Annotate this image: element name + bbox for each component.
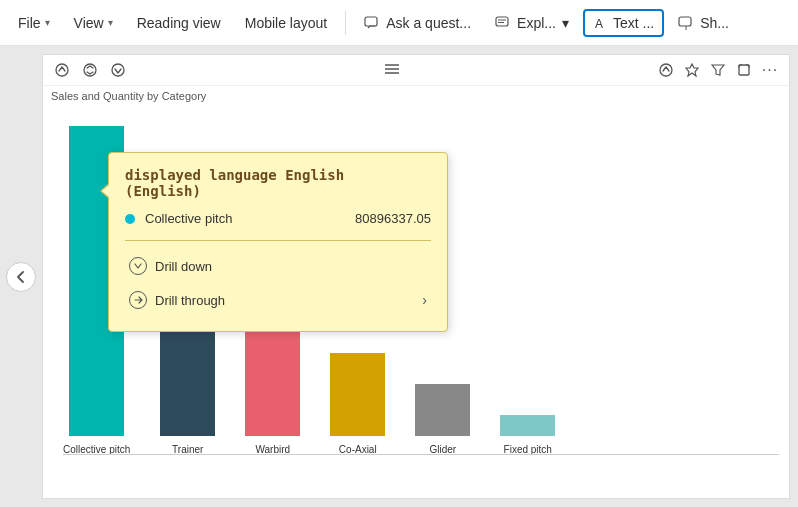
drill-through-label: Drill through bbox=[155, 293, 225, 308]
drill-down-action-icon bbox=[129, 257, 147, 275]
left-nav bbox=[0, 46, 42, 507]
pin-icon bbox=[685, 63, 699, 77]
svg-rect-5 bbox=[679, 17, 691, 26]
fullscreen-icon bbox=[737, 63, 751, 77]
svg-rect-0 bbox=[365, 17, 377, 26]
chart-toolbar-center bbox=[383, 62, 401, 79]
chart-toolbar: ··· bbox=[43, 55, 789, 86]
share-icon bbox=[678, 15, 694, 31]
drill-up-btn[interactable] bbox=[51, 59, 73, 81]
tooltip-data-label: Collective pitch bbox=[145, 211, 345, 226]
menu-reading-view[interactable]: Reading view bbox=[127, 9, 231, 37]
drill-through-action-icon bbox=[129, 291, 147, 309]
menu-explain[interactable]: Expl... ▾ bbox=[485, 10, 579, 36]
menu-ask-question-label: Ask a quest... bbox=[386, 15, 471, 31]
pin-btn[interactable] bbox=[681, 59, 703, 81]
focus-mode-icon bbox=[658, 62, 674, 78]
ask-question-icon bbox=[364, 15, 380, 31]
chart-toolbar-left bbox=[51, 59, 129, 81]
bar-3[interactable] bbox=[330, 353, 385, 436]
hamburger-icon bbox=[383, 62, 401, 76]
tooltip-drill-down[interactable]: Drill down bbox=[125, 249, 431, 283]
drill-up-icon bbox=[54, 62, 70, 78]
svg-text:A: A bbox=[595, 17, 603, 31]
tooltip-title: displayed language English(English) bbox=[125, 167, 431, 199]
menu-share[interactable]: Sh... bbox=[668, 10, 739, 36]
chart-body: displayed language English(English) Coll… bbox=[43, 102, 789, 485]
menu-text-label: Text ... bbox=[613, 15, 654, 31]
menu-mobile-layout-label: Mobile layout bbox=[245, 15, 328, 31]
filter-icon bbox=[711, 63, 725, 77]
svg-point-9 bbox=[112, 64, 124, 76]
menu-view-label: View bbox=[74, 15, 104, 31]
menu-mobile-layout[interactable]: Mobile layout bbox=[235, 9, 338, 37]
menu-text[interactable]: A Text ... bbox=[583, 9, 664, 37]
tooltip-drill-through[interactable]: Drill through › bbox=[125, 283, 431, 317]
menu-ask-question[interactable]: Ask a quest... bbox=[354, 10, 481, 36]
x-axis-line bbox=[63, 454, 779, 455]
content-area: ··· Sales and Quantity by Category displ… bbox=[0, 46, 798, 507]
menu-file-chevron: ▾ bbox=[45, 17, 50, 28]
more-options-btn[interactable]: ··· bbox=[759, 59, 781, 81]
menu-share-label: Sh... bbox=[700, 15, 729, 31]
chart-toolbar-right: ··· bbox=[655, 59, 781, 81]
explain-icon bbox=[495, 15, 511, 31]
menu-bar: File ▾ View ▾ Reading view Mobile layout… bbox=[0, 0, 798, 46]
svg-rect-14 bbox=[739, 65, 749, 75]
tooltip-data-value: 80896337.05 bbox=[355, 211, 431, 226]
tooltip-dot bbox=[125, 214, 135, 224]
drill-down-label: Drill down bbox=[155, 259, 212, 274]
menu-file[interactable]: File ▾ bbox=[8, 9, 60, 37]
drill-through-circle-icon bbox=[132, 294, 144, 306]
menu-explain-label: Expl... bbox=[517, 15, 556, 31]
fullscreen-btn[interactable] bbox=[733, 59, 755, 81]
bar-group-5[interactable]: Fixed pitch bbox=[500, 415, 555, 455]
tooltip-divider bbox=[125, 240, 431, 241]
drill-down-icon bbox=[110, 62, 126, 78]
more-options-icon: ··· bbox=[762, 61, 778, 79]
menu-reading-view-label: Reading view bbox=[137, 15, 221, 31]
back-button[interactable] bbox=[6, 262, 36, 292]
drill-down-btn[interactable] bbox=[107, 59, 129, 81]
drill-down-circle-icon bbox=[132, 260, 144, 272]
filter-btn[interactable] bbox=[707, 59, 729, 81]
back-arrow-icon bbox=[14, 270, 28, 284]
tooltip-data-row: Collective pitch 80896337.05 bbox=[125, 211, 431, 226]
menu-divider-1 bbox=[345, 11, 346, 35]
menu-explain-chevron: ▾ bbox=[562, 15, 569, 31]
svg-point-7 bbox=[56, 64, 68, 76]
drill-expand-icon bbox=[82, 62, 98, 78]
menu-file-label: File bbox=[18, 15, 41, 31]
svg-rect-1 bbox=[496, 17, 508, 26]
text-icon: A bbox=[593, 15, 609, 31]
chart-tooltip: displayed language English(English) Coll… bbox=[108, 152, 448, 332]
bar-group-3[interactable]: Co-Axial bbox=[330, 353, 385, 455]
chart-title: Sales and Quantity by Category bbox=[43, 86, 789, 102]
chart-panel: ··· Sales and Quantity by Category displ… bbox=[42, 54, 790, 499]
tooltip-drill-through-left: Drill through bbox=[129, 291, 225, 309]
focus-mode-btn[interactable] bbox=[655, 59, 677, 81]
drill-through-chevron: › bbox=[422, 292, 427, 308]
tooltip-drill-down-left: Drill down bbox=[129, 257, 212, 275]
drill-expand-btn[interactable] bbox=[79, 59, 101, 81]
svg-point-13 bbox=[660, 64, 672, 76]
bar-5[interactable] bbox=[500, 415, 555, 436]
bar-4[interactable] bbox=[415, 384, 470, 436]
menu-view[interactable]: View ▾ bbox=[64, 9, 123, 37]
bar-group-4[interactable]: Glider bbox=[415, 384, 470, 455]
menu-view-chevron: ▾ bbox=[108, 17, 113, 28]
